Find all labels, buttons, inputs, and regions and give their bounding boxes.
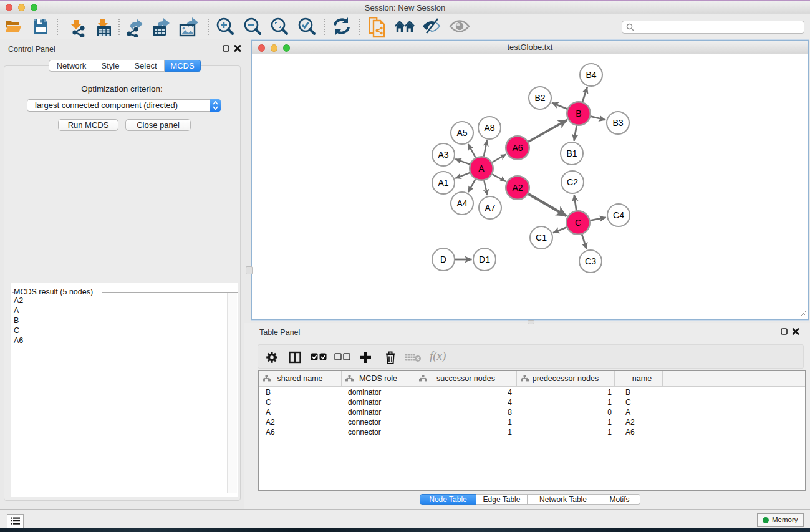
- svg-text:B: B: [576, 109, 581, 118]
- svg-text:C1: C1: [536, 233, 547, 243]
- svg-text:B3: B3: [612, 118, 623, 128]
- svg-text:A1: A1: [438, 178, 448, 188]
- svg-text:C4: C4: [613, 210, 624, 220]
- svg-text:D1: D1: [479, 254, 490, 264]
- svg-text:A3: A3: [438, 150, 448, 160]
- svg-text:A4: A4: [456, 198, 467, 208]
- svg-text:C3: C3: [585, 256, 596, 266]
- svg-text:A8: A8: [484, 123, 494, 133]
- svg-text:D: D: [440, 254, 446, 264]
- svg-text:B2: B2: [534, 93, 545, 103]
- svg-text:A6: A6: [512, 143, 523, 153]
- svg-text:A: A: [478, 163, 485, 173]
- svg-text:A7: A7: [485, 203, 495, 213]
- svg-text:C: C: [575, 218, 581, 228]
- svg-text:A2: A2: [512, 183, 523, 193]
- svg-text:C2: C2: [567, 177, 578, 187]
- svg-text:B1: B1: [566, 148, 577, 158]
- svg-text:B4: B4: [586, 70, 596, 80]
- svg-text:A5: A5: [456, 128, 467, 138]
